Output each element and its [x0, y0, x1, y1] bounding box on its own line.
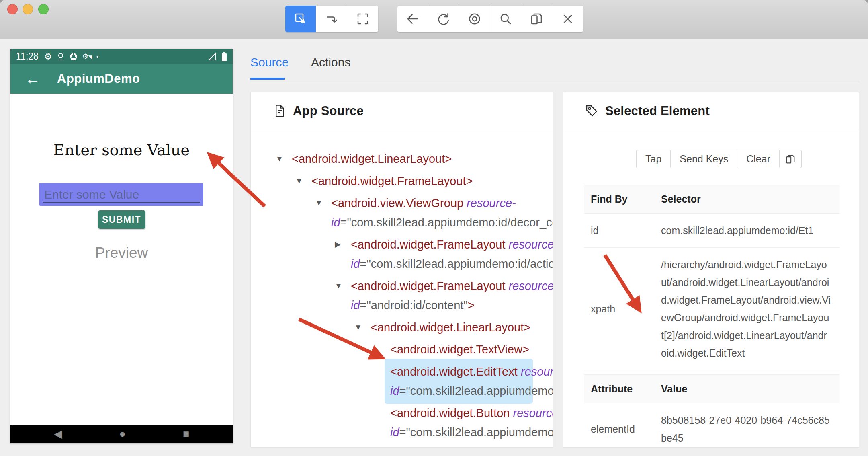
tree-node-line: <android.widget.TextView>	[390, 340, 527, 359]
app-content: Enter some Value Enter some Value SUBMIT…	[10, 94, 233, 426]
refresh-button[interactable]	[428, 6, 459, 32]
table-value-cell: /hierarchy/android.widget.FrameLayout/an…	[661, 248, 840, 370]
tabbar-divider	[250, 81, 859, 81]
tree-node-line: id="com.skill2lead.appiumdemo:i	[390, 423, 527, 442]
tree-node-line: <android.widget.FrameLayout resource-	[351, 276, 527, 296]
tree-node[interactable]: <android.widget.Button resource-id="com.…	[385, 400, 533, 445]
back-button[interactable]	[397, 6, 428, 32]
location-icon	[57, 52, 65, 61]
chevron-down-icon[interactable]: ▼	[295, 171, 303, 191]
nav-recents-icon[interactable]: ■	[183, 425, 189, 443]
close-window-button[interactable]	[7, 4, 18, 14]
tree-node-line: <android.widget.LinearLayout>	[292, 149, 527, 168]
table-header-cell: Find By	[584, 185, 661, 213]
tree-node[interactable]: ▶<android.widget.FrameLayout resource-id…	[345, 232, 533, 277]
select-element-icon	[293, 12, 308, 26]
tag-icon	[585, 104, 598, 117]
refresh-icon	[436, 12, 451, 26]
chevron-down-icon[interactable]: ▼	[315, 193, 323, 213]
quit-session-icon	[561, 12, 575, 26]
selected-element-title: Selected Element	[605, 104, 710, 118]
swipe-by-coordinates-button[interactable]	[316, 6, 347, 32]
signal-icon	[207, 52, 217, 62]
status-time: 11:28	[16, 51, 39, 62]
settings-small-icon: ⚙◥	[82, 52, 92, 61]
clear-button[interactable]: Clear	[737, 150, 779, 168]
chevron-down-icon[interactable]: ▼	[276, 149, 283, 168]
copy-icon	[785, 154, 796, 165]
zoom-window-button[interactable]	[38, 4, 49, 14]
android-app-bar: ← AppiumDemo	[10, 64, 233, 94]
find-by-table: Find BySelectoridcom.skill2lead.appiumde…	[584, 185, 840, 370]
input-placeholder: Enter some Value	[44, 188, 139, 201]
app-source-panel: App Source ▼<android.widget.LinearLayout…	[250, 92, 553, 448]
session-toolbar	[397, 6, 583, 32]
table-value-cell: com.skill2lead.appiumdemo:id/Et1	[661, 214, 840, 247]
app-heading: Enter some Value	[10, 141, 233, 159]
table-key-cell: xpath	[584, 295, 661, 323]
tree-node-selected[interactable]: <android.widget.EditText resourceid="com…	[385, 359, 533, 404]
tree-node-line: id="com.skill2lead.appiumdemo:i	[390, 381, 527, 401]
tree-node[interactable]: ▼<android.view.ViewGroup resource-id="co…	[326, 190, 533, 235]
tap-button[interactable]: Tap	[636, 150, 670, 168]
dot-icon: •	[96, 53, 98, 60]
attribute-row[interactable]: elementId8b508158-27e0-4020-b964-74c56c8…	[584, 403, 840, 448]
copy-attributes-button[interactable]	[779, 150, 802, 168]
shutter-icon	[69, 52, 78, 61]
chevron-down-icon[interactable]: ▼	[335, 276, 342, 296]
tree-node-line: <android.view.ViewGroup resource-	[331, 193, 527, 213]
gear-icon: ⚙	[44, 51, 52, 62]
tree-node-line: id="com.skill2lead.appiumdemo:id/decor_c…	[331, 213, 527, 232]
file-text-icon	[273, 104, 286, 117]
input-underline	[43, 202, 200, 203]
chevron-down-icon[interactable]: ▼	[354, 318, 362, 337]
find-by-row[interactable]: xpath/hierarchy/android.widget.FrameLayo…	[584, 248, 840, 370]
tap-by-coordinates-button[interactable]	[347, 6, 378, 32]
tree-node-line: <android.widget.EditText resource	[390, 362, 527, 381]
tree-node-line: id="android:id/content">	[351, 296, 527, 315]
app-title: AppiumDemo	[57, 72, 140, 86]
value-input-highlighted[interactable]: Enter some Value	[39, 183, 203, 206]
app-back-arrow-icon[interactable]: ←	[25, 70, 40, 88]
find-by-row[interactable]: idcom.skill2lead.appiumdemo:id/Et1	[584, 214, 840, 248]
minimize-window-button[interactable]	[23, 4, 33, 14]
nav-back-icon[interactable]: ◀	[54, 425, 62, 443]
active-tab-indicator	[250, 78, 285, 80]
tree-node-line: <android.widget.FrameLayout>	[311, 171, 527, 191]
interaction-mode-toolbar	[285, 6, 378, 32]
selected-element-header: Selected Element	[563, 92, 859, 129]
status-left-icons: ⚙ ⚙◥ •	[44, 51, 98, 62]
tab-source[interactable]: Source	[250, 55, 289, 69]
search-button[interactable]	[490, 6, 521, 32]
preview-label: Preview	[10, 244, 233, 261]
quit-session-button[interactable]	[552, 6, 583, 32]
table-header-row: Find BySelector	[584, 185, 840, 214]
window-titlebar	[0, 0, 868, 39]
table-key-cell: id	[584, 217, 661, 244]
device-screenshot-panel[interactable]: 11:28 ⚙ ⚙◥ • ← AppiumDemo Enter some Val…	[10, 49, 233, 444]
select-element-button[interactable]	[285, 6, 316, 32]
app-source-header: App Source	[251, 92, 553, 129]
tree-node-line: <android.widget.Button resource-	[390, 403, 527, 423]
tree-node-line: <android.widget.FrameLayout resource-	[351, 235, 527, 254]
tab-actions[interactable]: Actions	[311, 55, 350, 69]
appium-inspector-window: 11:28 ⚙ ⚙◥ • ← AppiumDemo Enter some Val…	[0, 0, 868, 456]
tree-node[interactable]: ▼<android.widget.FrameLayout resource-id…	[345, 273, 533, 318]
table-header-cell: Value	[661, 375, 840, 403]
nav-home-icon[interactable]: ●	[119, 425, 126, 443]
swipe-by-coordinates-icon	[324, 12, 339, 26]
copy-button[interactable]	[521, 6, 552, 32]
android-status-bar: 11:28 ⚙ ⚙◥ •	[10, 49, 233, 64]
selected-element-panel: Selected Element TapSend KeysClear Find …	[563, 92, 859, 448]
app-source-title: App Source	[293, 104, 364, 118]
copy-icon	[529, 12, 544, 26]
record-button[interactable]	[459, 6, 490, 32]
table-key-cell: elementId	[584, 415, 661, 443]
submit-button[interactable]: SUBMIT	[98, 210, 145, 229]
battery-icon	[221, 52, 227, 62]
tap-by-coordinates-icon	[356, 12, 370, 26]
back-icon	[405, 12, 420, 26]
chevron-right-icon[interactable]: ▶	[335, 235, 341, 254]
send-keys-button[interactable]: Send Keys	[670, 150, 737, 168]
element-action-buttons: TapSend KeysClear	[636, 150, 802, 168]
